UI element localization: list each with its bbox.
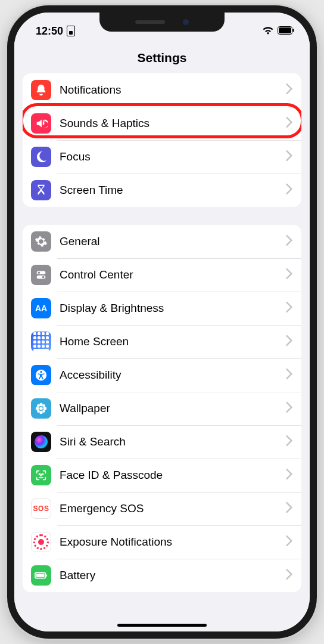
row-wallpaper[interactable]: Wallpaper: [23, 392, 301, 425]
row-label: Sounds & Haptics: [60, 117, 286, 130]
row-accessibility[interactable]: Accessibility: [23, 358, 301, 392]
chevron-right-icon: [286, 402, 293, 415]
home-indicator[interactable]: [117, 624, 207, 627]
home-grid-icon: [31, 332, 51, 352]
chevron-right-icon: [286, 268, 293, 281]
covid-icon: [31, 532, 51, 552]
row-label: Accessibility: [60, 369, 286, 382]
chevron-right-icon: [286, 335, 293, 348]
row-label: Home Screen: [60, 335, 286, 348]
row-emergency-sos[interactable]: SOS Emergency SOS: [23, 492, 301, 525]
siri-icon: [31, 432, 51, 452]
device-frame: 12:50 Settings: [7, 5, 317, 639]
row-label: Exposure Notifications: [60, 535, 286, 549]
chevron-right-icon: [286, 435, 293, 448]
svg-point-8: [38, 272, 40, 274]
svg-point-22: [39, 473, 40, 474]
settings-group: General Control Center AA Display & Brig…: [23, 225, 301, 592]
svg-point-15: [39, 411, 43, 414]
svg-point-12: [40, 371, 42, 373]
status-time: 12:50: [36, 25, 63, 38]
chevron-right-icon: [286, 184, 293, 197]
chevron-right-icon: [286, 469, 293, 482]
gear-icon: [31, 231, 51, 252]
svg-point-19: [42, 404, 45, 407]
speaker-icon: [31, 113, 51, 134]
sim-icon: [67, 26, 75, 36]
settings-group: Notifications Sounds & Haptics Focus: [23, 73, 301, 207]
moon-icon: [31, 147, 51, 167]
row-control-center[interactable]: Control Center: [23, 258, 301, 292]
battery-icon: [278, 25, 294, 38]
switches-icon: [31, 265, 51, 285]
row-notifications[interactable]: Notifications: [23, 73, 301, 107]
sos-icon: SOS: [31, 499, 51, 519]
svg-point-17: [43, 407, 47, 410]
svg-point-20: [37, 410, 40, 413]
row-siri-search[interactable]: Siri & Search: [23, 425, 301, 459]
row-label: Battery: [60, 569, 286, 582]
row-general[interactable]: General: [23, 225, 301, 258]
row-label: Display & Brightness: [60, 302, 286, 315]
chevron-right-icon: [286, 83, 293, 97]
svg-point-21: [42, 410, 45, 413]
svg-rect-25: [36, 574, 45, 577]
row-label: Face ID & Passcode: [60, 469, 286, 482]
screen: 12:50 Settings: [14, 13, 310, 631]
svg-point-18: [37, 404, 40, 407]
chevron-right-icon: [286, 369, 293, 382]
row-exposure-notifications[interactable]: Exposure Notifications: [23, 525, 301, 559]
row-label: Notifications: [60, 83, 286, 97]
row-focus[interactable]: Focus: [23, 140, 301, 174]
chevron-right-icon: [286, 535, 293, 549]
chevron-right-icon: [286, 150, 293, 163]
row-label: Emergency SOS: [60, 502, 286, 515]
svg-rect-5: [279, 27, 291, 33]
text-size-icon: AA: [31, 298, 51, 318]
row-face-id-passcode[interactable]: Face ID & Passcode: [23, 459, 301, 492]
chevron-right-icon: [286, 235, 293, 248]
row-label: Focus: [60, 150, 286, 163]
row-sounds-haptics[interactable]: Sounds & Haptics: [23, 107, 301, 140]
settings-list[interactable]: Notifications Sounds & Haptics Focus: [14, 73, 310, 631]
svg-rect-6: [293, 29, 294, 32]
chevron-right-icon: [286, 569, 293, 582]
flower-icon: [31, 398, 51, 419]
row-label: Control Center: [60, 268, 286, 281]
row-label: General: [60, 235, 286, 248]
row-battery[interactable]: Battery: [23, 559, 301, 592]
chevron-right-icon: [286, 502, 293, 515]
page-title: Settings: [14, 41, 310, 73]
face-id-icon: [31, 465, 51, 485]
row-label: Siri & Search: [60, 435, 286, 448]
svg-point-13: [39, 407, 43, 410]
battery-settings-icon: [31, 565, 51, 586]
svg-point-14: [39, 403, 43, 407]
row-label: Screen Time: [60, 184, 286, 197]
chevron-right-icon: [286, 302, 293, 315]
svg-rect-26: [46, 574, 47, 577]
row-home-screen[interactable]: Home Screen: [23, 325, 301, 358]
wifi-icon: [262, 25, 274, 38]
accessibility-icon: [31, 365, 51, 385]
svg-point-16: [36, 407, 39, 410]
hourglass-icon: [31, 180, 51, 200]
svg-point-10: [42, 276, 45, 278]
svg-point-23: [42, 473, 43, 474]
notch: [99, 13, 225, 32]
bell-icon: [31, 80, 51, 100]
row-display-brightness[interactable]: AA Display & Brightness: [23, 292, 301, 325]
row-screen-time[interactable]: Screen Time: [23, 174, 301, 207]
row-label: Wallpaper: [60, 402, 286, 415]
chevron-right-icon: [286, 117, 293, 130]
